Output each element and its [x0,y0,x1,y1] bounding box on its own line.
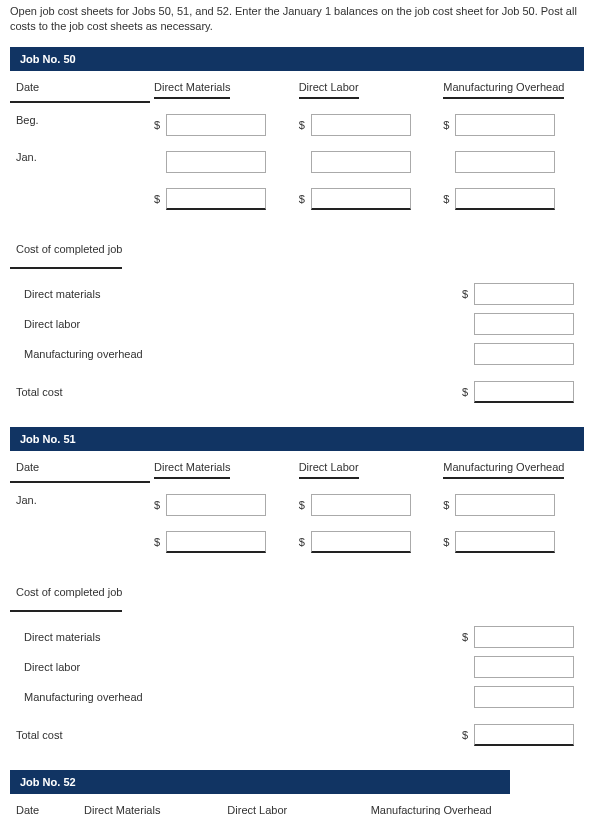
row-label-jan: Jan. [10,147,150,177]
job-50-beg-dm-input[interactable] [166,114,266,136]
job-51-jan-row: Jan. $ $ $ [10,490,584,521]
currency-sign: $ [462,729,470,741]
header-dm: Direct Materials [154,81,230,99]
header-moh: Manufacturing Overhead [443,461,564,479]
job-card-50: Job No. 50 Date Direct Materials Direct … [10,47,584,403]
comp-label-total: Total cost [10,729,170,741]
currency-sign: $ [462,631,470,643]
job-51-column-headers: Date Direct Materials Direct Labor Manuf… [10,457,584,484]
job-51-comp-dm-row: Direct materials $ [10,626,584,648]
job-52-column-headers: Date Direct Materials Direct Labor Manuf… [10,800,510,815]
job-51-completed-section: Cost of completed job Direct materials $… [10,586,584,746]
currency-sign: $ [154,536,162,548]
currency-sign: $ [154,499,162,511]
job-51-comp-dl-row: Direct labor [10,656,584,678]
job-51-title: Job No. 51 [10,427,584,451]
job-52-title: Job No. 52 [10,770,510,794]
job-51-sum-row: $ $ $ [10,527,584,558]
job-50-column-headers: Date Direct Materials Direct Labor Manuf… [10,77,584,104]
job-51-sum-moh-input[interactable] [455,531,555,553]
currency-sign: $ [443,193,451,205]
header-moh: Manufacturing Overhead [443,81,564,99]
header-dm: Direct Materials [84,804,160,815]
header-date: Date [16,81,39,93]
job-51-sum-dm-input[interactable] [166,531,266,553]
completed-title: Cost of completed job [10,243,122,269]
header-dl: Direct Labor [299,81,359,99]
job-50-beg-row: Beg. $ $ $ [10,110,584,141]
currency-sign: $ [443,499,451,511]
currency-sign: $ [299,119,307,131]
comp-label-total: Total cost [10,386,170,398]
comp-label-moh: Manufacturing overhead [10,691,170,703]
job-50-comp-total-row: Total cost $ [10,381,584,403]
job-card-52: Job No. 52 Date Direct Materials Direct … [10,770,510,815]
job-51-comp-total-row: Total cost $ [10,724,584,746]
job-50-comp-dl-row: Direct labor [10,313,584,335]
job-50-completed-section: Cost of completed job Direct materials $… [10,243,584,403]
job-51-comp-dl-input[interactable] [474,656,574,678]
currency-sign: $ [154,119,162,131]
header-dl: Direct Labor [227,804,287,815]
job-51-sum-dl-input[interactable] [311,531,411,553]
job-51-comp-moh-input[interactable] [474,686,574,708]
row-label-jan: Jan. [10,490,150,520]
header-date: Date [16,461,39,473]
job-50-jan-dm-input[interactable] [166,151,266,173]
job-50-jan-moh-input[interactable] [455,151,555,173]
currency-sign: $ [299,536,307,548]
completed-title: Cost of completed job [10,586,122,612]
header-date: Date [16,804,39,815]
currency-sign: $ [299,193,307,205]
job-50-comp-moh-input[interactable] [474,343,574,365]
job-51-comp-dm-input[interactable] [474,626,574,648]
comp-label-dl: Direct labor [10,318,170,330]
job-50-sum-row: $ $ $ [10,184,584,215]
job-51-jan-moh-input[interactable] [455,494,555,516]
header-dm: Direct Materials [154,461,230,479]
job-card-51: Job No. 51 Date Direct Materials Direct … [10,427,584,746]
job-50-beg-moh-input[interactable] [455,114,555,136]
comp-label-dm: Direct materials [10,631,170,643]
job-50-comp-dm-input[interactable] [474,283,574,305]
job-51-jan-dl-input[interactable] [311,494,411,516]
job-50-jan-row: Jan. [10,147,584,178]
job-50-sum-moh-input[interactable] [455,188,555,210]
job-50-comp-dl-input[interactable] [474,313,574,335]
row-label-beg: Beg. [10,110,150,140]
job-50-comp-total-input[interactable] [474,381,574,403]
comp-label-moh: Manufacturing overhead [10,348,170,360]
currency-sign: $ [443,119,451,131]
job-50-beg-dl-input[interactable] [311,114,411,136]
job-51-jan-dm-input[interactable] [166,494,266,516]
job-50-comp-dm-row: Direct materials $ [10,283,584,305]
currency-sign: $ [443,536,451,548]
job-50-jan-dl-input[interactable] [311,151,411,173]
job-50-title: Job No. 50 [10,47,584,71]
header-dl: Direct Labor [299,461,359,479]
instructions-text: Open job cost sheets for Jobs 50, 51, an… [10,4,584,35]
job-50-sum-dl-input[interactable] [311,188,411,210]
job-50-comp-moh-row: Manufacturing overhead [10,343,584,365]
comp-label-dl: Direct labor [10,661,170,673]
job-51-comp-total-input[interactable] [474,724,574,746]
currency-sign: $ [462,386,470,398]
header-moh: Manufacturing Overhead [371,804,492,815]
job-51-comp-moh-row: Manufacturing overhead [10,686,584,708]
currency-sign: $ [462,288,470,300]
job-50-sum-dm-input[interactable] [166,188,266,210]
currency-sign: $ [299,499,307,511]
currency-sign: $ [154,193,162,205]
comp-label-dm: Direct materials [10,288,170,300]
